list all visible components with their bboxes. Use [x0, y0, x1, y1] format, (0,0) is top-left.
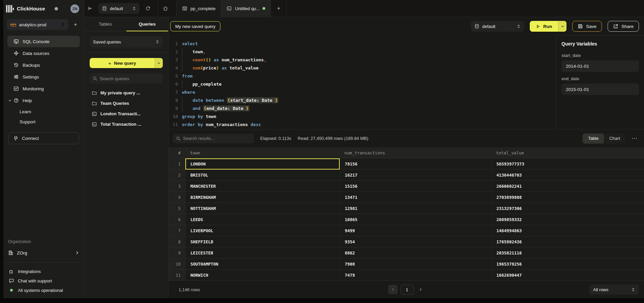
previous-page-button[interactable] [388, 285, 398, 294]
table-cell[interactable]: 1765902436 [491, 236, 644, 247]
editor-line[interactable]: 4sum(price) as total_value [168, 64, 556, 72]
table-cell[interactable]: 13471 [340, 192, 491, 203]
editor-line[interactable]: 7where [168, 88, 556, 96]
table-cell[interactable]: SHEFFIELD [185, 236, 340, 247]
table-cell[interactable]: 8862 [340, 247, 491, 259]
editor-line[interactable]: 1select [168, 39, 556, 48]
editor-line[interactable]: 8date between {start_date: Date } [168, 96, 556, 104]
table-cell[interactable]: BIRMINGHAM [185, 192, 340, 203]
add-service-button[interactable]: + [72, 22, 79, 28]
row-index[interactable]: 5 [168, 203, 185, 214]
sidebar-item-integrations[interactable]: Integrations [3, 267, 84, 276]
search-results-input[interactable] [183, 136, 251, 141]
table-cell[interactable]: 2089859332 [491, 214, 644, 225]
end-date-input[interactable] [561, 84, 639, 95]
table-cell[interactable]: 10865 [340, 214, 491, 225]
home-button[interactable] [158, 6, 173, 11]
table-cell[interactable]: NORWICH [185, 270, 340, 281]
table-cell[interactable]: 15156 [340, 181, 491, 192]
table-cell[interactable]: 78156 [340, 158, 491, 170]
connect-button[interactable]: Connect [8, 132, 79, 144]
sidebar-item-backups[interactable]: Backups [7, 59, 80, 71]
column-header-total_value[interactable]: total_value [491, 147, 644, 158]
org-selector[interactable]: aws analytics-prod [7, 19, 68, 30]
row-index[interactable]: 7 [168, 225, 185, 236]
table-cell[interactable]: 1464994863 [491, 225, 644, 236]
table-cell[interactable]: LEICESTER [185, 247, 340, 259]
table-cell[interactable]: 16217 [340, 170, 491, 181]
row-index[interactable]: 8 [168, 236, 185, 247]
sidebar-item-system-status[interactable]: All systems operational [3, 285, 84, 295]
tab-queries[interactable]: Queries [126, 17, 168, 31]
tab-untitled-query[interactable]: Untitled qu... [221, 0, 271, 17]
table-cell[interactable]: 4136446703 [491, 170, 644, 181]
table-cell[interactable]: 2313297306 [491, 203, 644, 214]
tab-tables[interactable]: Tables [84, 17, 126, 31]
view-toggle-chart[interactable]: Chart [604, 133, 625, 144]
sidebar-item-settings[interactable]: Settings [7, 71, 80, 83]
new-query-dropdown-button[interactable] [155, 58, 163, 68]
current-page[interactable]: 1 [400, 284, 414, 295]
saved-query-item[interactable]: Total Transaction ... [84, 119, 168, 129]
editor-line[interactable]: 11order by num_transactions desc [168, 120, 556, 128]
more-options-button[interactable]: ⋯ [630, 135, 639, 142]
organization-item[interactable]: ZOrg [3, 247, 84, 259]
table-cell[interactable]: 1662690447 [491, 270, 644, 281]
saved-query-item[interactable]: London Transacti... [84, 109, 168, 119]
page-size-selector[interactable]: All rows [589, 284, 639, 295]
table-cell[interactable]: 2703899808 [491, 192, 644, 203]
editor-line[interactable]: 9and {end_date: Date } [168, 104, 556, 112]
collapse-sidebar-button[interactable] [84, 6, 96, 11]
saved-query-item[interactable]: Team Queries [84, 98, 168, 109]
saved-queries-selector[interactable]: Saved queries [90, 36, 163, 48]
sidebar-item-data-sources[interactable]: Data sources [7, 48, 80, 59]
table-cell[interactable]: 56593977373 [491, 158, 644, 170]
row-index[interactable]: 3 [168, 181, 185, 192]
row-index[interactable]: 1 [168, 158, 185, 170]
editor-line[interactable]: 3count() as num_transactions, [168, 56, 556, 64]
run-button[interactable]: Run [530, 21, 558, 32]
table-cell[interactable]: 2035821116 [491, 247, 644, 259]
table-cell[interactable]: 2660602241 [491, 181, 644, 192]
column-header-num_transactions[interactable]: num_transactions [340, 147, 491, 158]
table-cell[interactable]: LIVERPOOL [185, 225, 340, 236]
table-cell[interactable]: 7908 [340, 259, 491, 270]
saved-query-title-tab[interactable]: My new saved query [170, 21, 220, 31]
row-index[interactable]: 6 [168, 214, 185, 225]
sql-editor[interactable]: 1select2town,3count() as num_transaction… [168, 35, 556, 129]
sidebar-item-chat-support[interactable]: Chat with support [3, 276, 84, 285]
column-header-index[interactable]: # [168, 147, 185, 158]
sidebar-item-learn[interactable]: Learn [3, 107, 84, 117]
editor-line[interactable]: 5from [168, 72, 556, 80]
table-cell[interactable]: 12981 [340, 203, 491, 214]
row-index[interactable]: 11 [168, 270, 185, 281]
share-button[interactable]: Share [608, 21, 639, 32]
column-header-town[interactable]: town [185, 147, 340, 158]
saved-query-item[interactable]: My private query ... [84, 88, 168, 98]
refresh-button[interactable] [142, 6, 154, 11]
run-options-button[interactable] [558, 21, 566, 32]
table-cell[interactable]: MANCHESTER [185, 181, 340, 192]
tab-pp-complete[interactable]: pp_complete [176, 0, 221, 17]
editor-line[interactable]: 2town, [168, 48, 556, 56]
table-cell[interactable]: 9354 [340, 236, 491, 247]
avatar[interactable]: ZN [70, 4, 79, 13]
new-tab-button[interactable]: + [271, 0, 286, 17]
editor-line[interactable]: 6pp_complete [168, 80, 556, 88]
sidebar-item-sql-console[interactable]: SQL Console [7, 36, 80, 47]
row-index[interactable]: 10 [168, 259, 185, 270]
table-cell[interactable]: LONDON [185, 158, 340, 170]
sidebar-item-help[interactable]: Help [7, 95, 80, 106]
table-cell[interactable]: 1965378256 [491, 259, 644, 270]
table-cell[interactable]: 7479 [340, 270, 491, 281]
table-cell[interactable]: NOTTINGHAM [185, 203, 340, 214]
table-cell[interactable]: SOUTHAMPTON [185, 259, 340, 270]
table-cell[interactable]: LEEDS [185, 214, 340, 225]
row-index[interactable]: 4 [168, 192, 185, 203]
table-cell[interactable]: 9499 [340, 225, 491, 236]
run-database-selector[interactable]: default [471, 21, 524, 32]
new-query-button[interactable]: +New query [90, 58, 163, 68]
save-button[interactable]: Save [572, 21, 602, 32]
sidebar-item-support[interactable]: Support [3, 117, 84, 127]
search-queries-input[interactable] [100, 76, 160, 81]
